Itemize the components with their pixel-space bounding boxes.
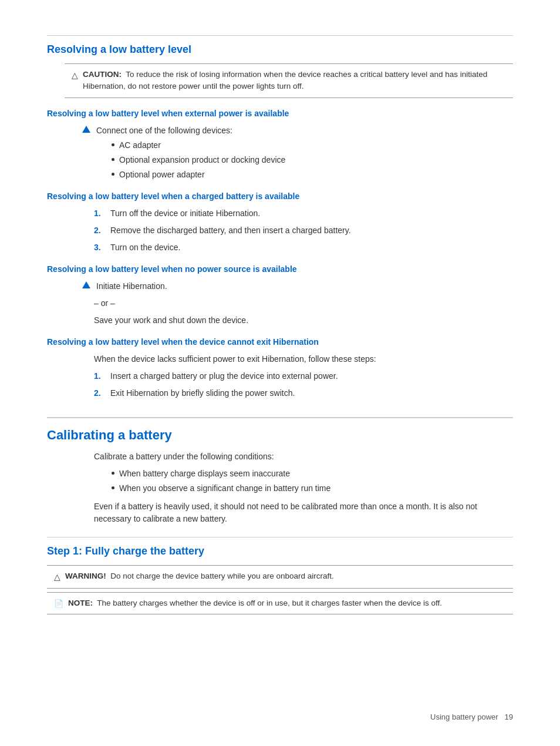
sub1-heading: Resolving a low battery level when exter… xyxy=(47,107,513,120)
connect-item: Connect one of the following devices: xyxy=(82,125,513,137)
bullet-dot-icon xyxy=(112,158,114,161)
step-number: 3. xyxy=(94,241,106,254)
calibrate-bullet-2: When you observe a significant change in… xyxy=(112,482,513,495)
step-number: 2. xyxy=(94,387,106,399)
calibrate-para: Even if a battery is heavily used, it sh… xyxy=(94,500,513,525)
sub2-step-1: 1. Turn off the device or initiate Hiber… xyxy=(94,207,513,220)
step-number: 1. xyxy=(94,207,106,220)
note-page-icon: 📄 xyxy=(54,598,63,610)
calibrate-bullet-text-1: When battery charge displays seem inaccu… xyxy=(119,468,290,480)
sub4-steps: 1. Insert a charged battery or plug the … xyxy=(94,370,513,399)
section3-heading: Step 1: Fully charge the battery xyxy=(47,537,513,559)
warning-text: WARNING! Do not charge the device batter… xyxy=(65,570,334,582)
caution-text: CAUTION: To reduce the risk of losing in… xyxy=(83,69,506,93)
bullet-text-ac: AC adapter xyxy=(119,139,161,152)
step-number: 1. xyxy=(94,370,106,382)
step-number: 2. xyxy=(94,224,106,237)
bullet-dot-icon xyxy=(112,472,114,475)
sub4-step-2: 2. Exit Hibernation by briefly sliding t… xyxy=(94,387,513,399)
warning-label: WARNING! xyxy=(65,572,106,580)
step-text: Turn on the device. xyxy=(110,241,180,254)
sub2-step-3: 3. Turn on the device. xyxy=(94,241,513,254)
note-text: NOTE: The battery charges whether the de… xyxy=(68,597,442,609)
sub2-step-2: 2. Remove the discharged battery, and th… xyxy=(94,224,513,237)
calibrate-intro: Calibrate a battery under the following … xyxy=(94,451,513,463)
section1-heading: Resolving a low battery level xyxy=(47,35,513,58)
warning-box: △ WARNING! Do not charge the device batt… xyxy=(47,565,513,589)
bullet-text-power-adapter: Optional power adapter xyxy=(119,169,205,181)
initiate-item: Initiate Hibernation. xyxy=(82,280,513,293)
bullet-triangle-icon xyxy=(82,281,90,288)
bullet-dot-icon xyxy=(112,143,114,146)
bullet-item-power-adapter: Optional power adapter xyxy=(112,169,513,181)
bullet-triangle-icon xyxy=(82,126,90,133)
sub3-heading: Resolving a low battery level when no po… xyxy=(47,263,513,275)
sub2-steps: 1. Turn off the device or initiate Hiber… xyxy=(94,207,513,254)
bullet-dot-icon xyxy=(112,173,114,176)
calibrate-bullet-text-2: When you observe a significant change in… xyxy=(119,482,330,495)
note-label: NOTE: xyxy=(68,599,93,607)
step-text: Remove the discharged battery, and then … xyxy=(110,224,351,237)
step-text: Insert a charged battery or plug the dev… xyxy=(110,370,338,382)
sub2-heading: Resolving a low battery level when a cha… xyxy=(47,190,513,203)
warning-triangle-icon: △ xyxy=(54,571,60,583)
page-content: Resolving a low battery level △ CAUTION:… xyxy=(47,35,513,614)
initiate-text: Initiate Hibernation. xyxy=(96,280,167,293)
sub4-intro: When the device lacks sufficient power t… xyxy=(94,353,513,365)
page-footer: Using battery power 19 xyxy=(430,711,513,723)
caution-box: △ CAUTION: To reduce the risk of losing … xyxy=(65,63,513,98)
sub4-heading: Resolving a low battery level when the d… xyxy=(47,336,513,348)
sub4-step-1: 1. Insert a charged battery or plug the … xyxy=(94,370,513,382)
caution-label: CAUTION: xyxy=(83,70,122,79)
connect-label: Connect one of the following devices: xyxy=(96,125,232,137)
or-text: – or – xyxy=(94,297,513,310)
section2-heading: Calibrating a battery xyxy=(47,417,513,445)
step-text: Exit Hibernation by briefly sliding the … xyxy=(110,387,295,399)
save-text: Save your work and shut down the device. xyxy=(94,314,513,327)
bullet-item-expansion: Optional expansion product or docking de… xyxy=(112,154,513,166)
calibrate-bullet-1: When battery charge displays seem inaccu… xyxy=(112,468,513,480)
step-text: Turn off the device or initiate Hibernat… xyxy=(110,207,260,220)
bullet-dot-icon xyxy=(112,486,114,489)
caution-triangle-icon: △ xyxy=(72,69,78,82)
note-box: 📄 NOTE: The battery charges whether the … xyxy=(47,592,513,615)
footer-text: Using battery power xyxy=(430,713,498,721)
bullet-item-ac: AC adapter xyxy=(112,139,513,152)
bullet-text-expansion: Optional expansion product or docking de… xyxy=(119,154,285,166)
page-number: 19 xyxy=(505,713,513,721)
